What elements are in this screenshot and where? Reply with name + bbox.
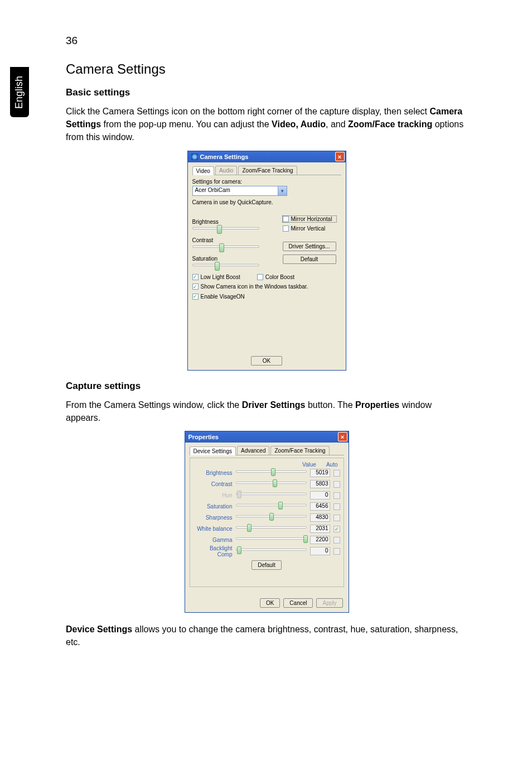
property-label: Brightness	[194, 470, 236, 476]
default-button[interactable]: Default	[283, 254, 336, 264]
button-row: OK Cancel Apply	[260, 598, 343, 608]
auto-checkbox[interactable]	[333, 503, 340, 510]
show-taskbar-checkbox[interactable]: ✓Show Camera icon in the Windows taskbar…	[192, 284, 308, 290]
camera-in-use-text: Camera in use by QuickCapture.	[192, 199, 341, 205]
checkbox-label: Show Camera icon in the Windows taskbar.	[201, 284, 308, 290]
tab-advanced[interactable]: Advanced	[237, 446, 269, 455]
checkbox-label: Enable VisageON	[201, 294, 245, 300]
tab-zoom[interactable]: Zoom/Face Tracking	[238, 166, 297, 175]
capture-settings-heading: Capture settings	[66, 381, 467, 392]
property-row: Sharpness4830	[194, 512, 340, 523]
tab-video[interactable]: Video	[192, 166, 214, 175]
language-tab-label: English	[14, 75, 26, 108]
capture-settings-paragraph: From the Camera Settings window, click t…	[66, 398, 467, 424]
language-tab: English	[10, 67, 29, 117]
checkbox-icon: ✓	[192, 294, 199, 300]
property-slider[interactable]	[236, 470, 307, 476]
tabs-row: Video Audio Zoom/Face Tracking	[192, 166, 341, 175]
property-slider[interactable]	[236, 526, 307, 532]
checkbox-label: Color Boost	[265, 274, 294, 280]
camera-settings-dialog-wrap: Camera Settings × Video Audio Zoom/Face …	[66, 151, 467, 371]
checkbox-icon	[283, 216, 289, 222]
close-button[interactable]: ×	[335, 152, 345, 161]
property-label: Gamma	[194, 537, 236, 543]
property-label: Sharpness	[194, 515, 236, 521]
property-slider	[236, 493, 307, 498]
properties-dialog: Properties × Device Settings Advanced Zo…	[185, 431, 349, 613]
property-value: 2031	[310, 525, 330, 533]
property-slider[interactable]	[236, 537, 307, 543]
page-title: Camera Settings	[66, 61, 467, 77]
property-row: Backlight Comp0	[194, 546, 340, 557]
text: from the pop-up menu. You can adjust the	[101, 119, 272, 129]
dialog-body: Video Audio Zoom/Face Tracking Settings …	[188, 162, 346, 370]
column-headers: Value Auto	[194, 462, 340, 468]
property-rows: Brightness5019Contrast5803Hue0Saturation…	[194, 468, 340, 557]
auto-checkbox[interactable]	[333, 548, 340, 555]
property-slider[interactable]	[236, 515, 307, 521]
default-button[interactable]: Default	[252, 560, 282, 570]
checkbox-icon: ✓	[192, 274, 199, 280]
driver-settings-button[interactable]: Driver Settings...	[283, 242, 336, 251]
app-icon	[191, 153, 198, 160]
property-row: White balance2031✓	[194, 523, 340, 535]
auto-checkbox[interactable]	[333, 481, 340, 488]
chevron-down-icon	[278, 186, 287, 195]
mirror-horizontal-checkbox[interactable]: Mirror Horizontal	[283, 216, 336, 222]
auto-checkbox[interactable]	[333, 515, 340, 521]
property-slider[interactable]	[236, 549, 307, 554]
dialog-title: Properties	[188, 434, 219, 440]
enable-visageon-checkbox[interactable]: ✓Enable VisageON	[192, 294, 245, 300]
auto-checkbox[interactable]	[333, 537, 340, 544]
property-slider[interactable]	[236, 504, 307, 510]
property-value: 6456	[310, 502, 330, 511]
tab-device-settings[interactable]: Device Settings	[190, 446, 236, 455]
cancel-button[interactable]: Cancel	[283, 598, 313, 608]
value-header: Value	[302, 462, 316, 468]
basic-settings-paragraph: Click the Camera Settings icon on the bo…	[66, 105, 467, 144]
bold-text: Zoom/Face tracking	[348, 119, 432, 129]
device-settings-pane: Value Auto Brightness5019Contrast5803Hue…	[190, 458, 344, 587]
property-value: 0	[310, 491, 330, 499]
auto-checkbox[interactable]	[333, 492, 340, 499]
checkbox-label: Low Light Boost	[201, 274, 240, 280]
camera-settings-dialog: Camera Settings × Video Audio Zoom/Face …	[187, 151, 346, 371]
color-boost-checkbox[interactable]: Color Boost	[257, 274, 294, 280]
saturation-slider[interactable]	[192, 264, 259, 270]
contrast-slider[interactable]	[192, 246, 259, 251]
auto-checkbox[interactable]: ✓	[333, 526, 340, 532]
property-slider[interactable]	[236, 482, 307, 487]
properties-dialog-wrap: Properties × Device Settings Advanced Zo…	[66, 431, 467, 613]
page-number: 36	[66, 35, 78, 47]
property-value: 5803	[310, 480, 330, 488]
bold-text: Driver Settings	[242, 400, 306, 410]
property-label: Contrast	[194, 481, 236, 487]
ok-button[interactable]: OK	[251, 356, 282, 366]
low-light-boost-checkbox[interactable]: ✓Low Light Boost	[192, 274, 240, 280]
close-button[interactable]: ×	[338, 432, 347, 441]
property-row: Contrast5803	[194, 479, 340, 490]
bold-text: Video, Audio	[272, 119, 326, 129]
property-label: Hue	[194, 492, 236, 498]
brightness-slider[interactable]	[192, 227, 259, 233]
dialog-titlebar: Camera Settings ×	[188, 151, 346, 162]
apply-button[interactable]: Apply	[316, 598, 342, 608]
checkbox-icon: ✓	[192, 284, 199, 290]
property-label: Backlight Comp	[194, 545, 236, 558]
property-row: Brightness5019	[194, 468, 340, 479]
ok-button[interactable]: OK	[260, 598, 280, 608]
mirror-vertical-checkbox[interactable]: Mirror Vertical	[283, 225, 336, 232]
checkbox-label: Mirror Horizontal	[291, 216, 332, 222]
right-column: Mirror Horizontal Mirror Vertical Driver…	[283, 216, 336, 264]
checkbox-icon	[257, 274, 263, 280]
camera-select[interactable]: Acer OrbiCam	[192, 186, 287, 196]
settings-for-camera-label: Settings for camera:	[192, 179, 341, 185]
basic-settings-heading: Basic settings	[66, 87, 467, 98]
tab-audio[interactable]: Audio	[215, 166, 238, 175]
auto-header: Auto	[326, 462, 338, 468]
auto-checkbox[interactable]	[333, 470, 340, 477]
property-label: Saturation	[194, 503, 236, 510]
text: Click the Camera Settings icon on the bo…	[66, 107, 429, 116]
tab-zoom[interactable]: Zoom/Face Tracking	[270, 446, 329, 455]
camera-select-value: Acer OrbiCam	[195, 187, 230, 193]
